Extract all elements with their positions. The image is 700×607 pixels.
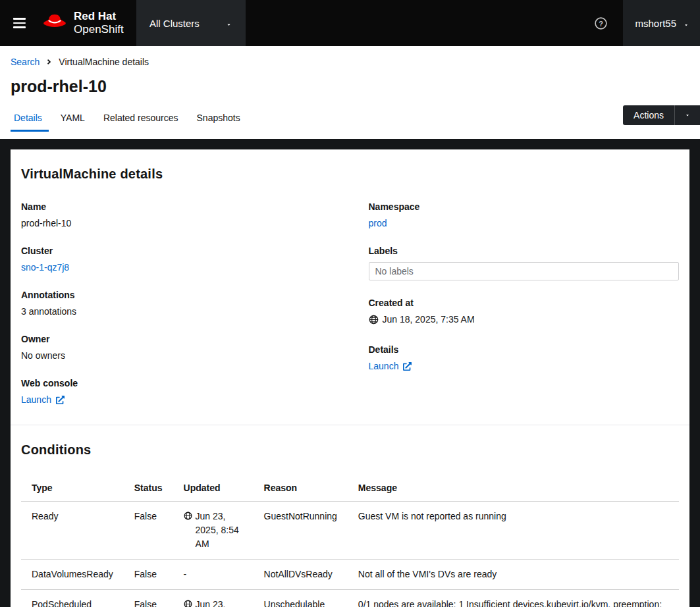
namespace-link[interactable]: prod xyxy=(369,218,387,228)
condition-reason: NotAllDVsReady xyxy=(254,560,348,590)
caret-down-icon[interactable] xyxy=(674,105,700,125)
svg-text:?: ? xyxy=(599,19,604,27)
red-hat-fedora-icon xyxy=(41,13,68,33)
table-row: DataVolumesReady False - NotAllDVsReady … xyxy=(21,560,679,590)
condition-type: PodScheduled xyxy=(21,590,124,607)
cluster-link[interactable]: sno-1-qz7j8 xyxy=(21,262,69,273)
condition-type: Ready xyxy=(21,502,124,560)
field-label: Cluster xyxy=(21,246,332,256)
field-label: Name xyxy=(21,201,332,212)
vm-details-title: VirtualMachine details xyxy=(21,167,679,182)
condition-reason: GuestNotRunning xyxy=(254,502,348,560)
table-row: Ready False xyxy=(21,502,679,560)
column-header-status: Status xyxy=(124,475,173,502)
field-annotations: Annotations 3 annotations xyxy=(21,290,332,317)
masthead-spacer xyxy=(246,0,579,46)
nav-toggle-hamburger-icon[interactable] xyxy=(9,11,34,35)
field-label: Created at xyxy=(369,298,680,308)
field-label: Web console xyxy=(21,378,332,388)
column-header-type: Type xyxy=(21,475,124,502)
user-menu-dropdown[interactable]: mshort55 xyxy=(623,0,700,46)
tab-snapshots[interactable]: Snapshots xyxy=(188,107,250,132)
globe-icon xyxy=(184,512,192,520)
brand-openshift: OpenShift xyxy=(74,23,124,36)
field-label: Labels xyxy=(369,246,680,256)
conditions-section: Conditions Type Status Updated Reason Me… xyxy=(11,425,689,607)
page-title: prod-rhel-10 xyxy=(11,77,700,96)
annotations-value: 3 annotations xyxy=(21,306,332,317)
column-header-message: Message xyxy=(348,475,679,502)
angle-right-icon xyxy=(46,58,52,66)
username: mshort55 xyxy=(635,18,676,29)
description-column-right: Namespace prod Labels No labels Created … xyxy=(369,201,680,422)
description-list: Name prod-rhel-10 Cluster sno-1-qz7j8 An… xyxy=(21,201,679,422)
cluster-selector-dropdown[interactable]: All Clusters xyxy=(136,0,246,46)
field-label: Namespace xyxy=(369,201,680,212)
name-value: prod-rhel-10 xyxy=(21,218,332,228)
redhat-openshift-logo[interactable]: Red Hat OpenShift xyxy=(41,10,124,36)
tab-details[interactable]: Details xyxy=(11,107,51,132)
condition-message: Not all of the VMI's DVs are ready xyxy=(348,560,679,590)
labels-empty-box: No labels xyxy=(369,262,680,280)
field-label: Owner xyxy=(21,334,332,344)
breadcrumb-search-link[interactable]: Search xyxy=(11,57,40,67)
tab-bar: Details YAML Related resources Snapshots xyxy=(11,107,700,132)
caret-down-icon xyxy=(225,18,232,29)
help-icon[interactable]: ? xyxy=(579,0,623,46)
field-details-launch: Details Launch xyxy=(369,344,680,371)
field-created-at: Created at Jun 18, 2025, 7:35 AM xyxy=(369,298,680,327)
breadcrumb: Search VirtualMachine details xyxy=(11,57,700,67)
conditions-title: Conditions xyxy=(21,442,679,458)
column-header-reason: Reason xyxy=(254,475,348,502)
field-label: Annotations xyxy=(21,290,332,300)
vm-details-card: VirtualMachine details Name prod-rhel-10… xyxy=(11,149,689,607)
field-label: Details xyxy=(369,344,680,355)
field-name: Name prod-rhel-10 xyxy=(21,201,332,228)
owner-value: No owners xyxy=(21,350,332,361)
web-console-launch-link[interactable]: Launch xyxy=(21,394,65,405)
condition-message: 0/1 nodes are available: 1 Insufficient … xyxy=(348,590,679,607)
table-row: PodScheduled False xyxy=(21,590,679,607)
globe-icon xyxy=(184,600,192,607)
condition-updated: Jun 23, 2025, 8:54 AM xyxy=(173,502,254,560)
description-column-left: Name prod-rhel-10 Cluster sno-1-qz7j8 An… xyxy=(21,201,332,422)
field-owner: Owner No owners xyxy=(21,334,332,361)
page-header: Search VirtualMachine details prod-rhel-… xyxy=(0,46,700,139)
actions-dropdown-button[interactable]: Actions xyxy=(623,105,700,125)
field-web-console: Web console Launch xyxy=(21,378,332,405)
condition-reason: Unschedulable xyxy=(254,590,348,607)
tab-related-resources[interactable]: Related resources xyxy=(94,107,188,132)
condition-message: Guest VM is not reported as running xyxy=(348,502,679,560)
external-link-icon xyxy=(56,396,65,404)
details-launch-link[interactable]: Launch xyxy=(369,361,412,371)
field-cluster: Cluster sno-1-qz7j8 xyxy=(21,246,332,273)
conditions-table: Type Status Updated Reason Message Ready… xyxy=(21,475,679,607)
vm-details-section: VirtualMachine details Name prod-rhel-10… xyxy=(11,149,689,425)
caret-down-icon xyxy=(683,18,689,29)
brand-redhat: Red Hat xyxy=(74,10,124,23)
brand-text: Red Hat OpenShift xyxy=(74,10,124,36)
tab-yaml[interactable]: YAML xyxy=(51,107,94,132)
field-namespace: Namespace prod xyxy=(369,201,680,228)
masthead-left: Red Hat OpenShift xyxy=(0,0,136,46)
created-at-timestamp: Jun 18, 2025, 7:35 AM xyxy=(383,314,475,325)
column-header-updated: Updated xyxy=(173,475,254,502)
globe-icon xyxy=(369,315,379,325)
page-content: VirtualMachine details Name prod-rhel-10… xyxy=(0,139,700,607)
condition-updated: Jun 23, 2025, 8:54 AM xyxy=(173,590,254,607)
actions-label: Actions xyxy=(623,110,674,120)
conditions-header-row: Type Status Updated Reason Message xyxy=(21,475,679,502)
condition-updated: - xyxy=(173,560,254,590)
condition-status: False xyxy=(124,590,173,607)
condition-status: False xyxy=(124,502,173,560)
external-link-icon xyxy=(403,362,412,371)
cluster-selector-label: All Clusters xyxy=(149,18,200,29)
condition-type: DataVolumesReady xyxy=(21,560,124,590)
breadcrumb-current: VirtualMachine details xyxy=(59,57,149,67)
condition-status: False xyxy=(124,560,173,590)
masthead: Red Hat OpenShift All Clusters ? mshort5… xyxy=(0,0,700,46)
field-labels: Labels No labels xyxy=(369,246,680,280)
